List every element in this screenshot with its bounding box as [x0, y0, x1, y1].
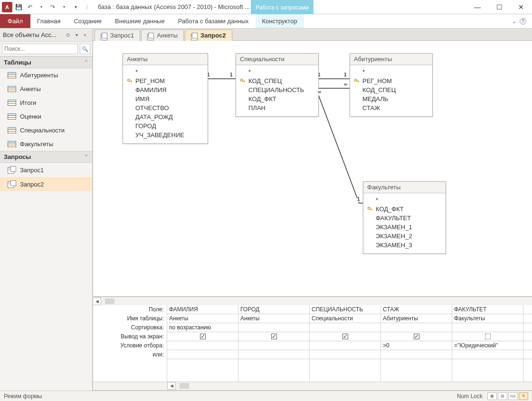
qat-menu-icon[interactable]: ▾ — [70, 2, 81, 12]
grid-show-cell[interactable] — [167, 332, 238, 341]
grid-cell[interactable]: ФАМИЛИЯ — [167, 305, 238, 314]
grid-show-cell[interactable] — [452, 332, 523, 341]
nav-item[interactable]: Оценки — [0, 110, 92, 123]
tool-tab[interactable]: Конструктор — [256, 14, 304, 28]
nav-item[interactable]: Запрос2 — [0, 177, 92, 191]
field-list-row[interactable]: ЭКЗАМЕН_2 — [367, 232, 442, 241]
view-datasheet-icon[interactable]: ▦ — [487, 392, 497, 400]
grid-cell[interactable]: ФАКУЛЬТЕТ — [452, 305, 523, 314]
field-list-row[interactable]: КОД_ФКТ — [367, 205, 442, 214]
ribbon-tab[interactable]: Работа с базами данных — [171, 14, 256, 28]
search-icon[interactable]: 🔍 — [80, 44, 90, 54]
grid-cell[interactable]: Факультеты — [452, 314, 523, 323]
grid-cell[interactable]: ="Юридический" — [452, 341, 523, 350]
nav-header-dropdown-icon[interactable]: ⊙ — [64, 31, 72, 39]
field-list-row[interactable]: * — [354, 67, 428, 76]
document-tab[interactable]: Запрос1 — [95, 29, 140, 41]
help-icon[interactable]: ? — [520, 18, 526, 25]
grid-cell[interactable]: Абитуриенты — [381, 314, 452, 323]
app-icon[interactable]: A — [2, 2, 12, 12]
grid-cell[interactable] — [310, 350, 380, 359]
grid-cell[interactable] — [238, 341, 309, 350]
grid-cell[interactable] — [310, 323, 380, 332]
field-list[interactable]: Специальности*КОД_СПЕЦСПЕЦИАЛЬНОСТЬКОД_Ф… — [236, 53, 319, 117]
field-list-row[interactable]: ОТЧЕСТВО — [127, 103, 204, 112]
grid-cell[interactable] — [167, 350, 238, 359]
nav-item[interactable]: Анкеты — [0, 82, 92, 96]
nav-group-header[interactable]: Запросы⌃ — [0, 151, 92, 163]
field-list-row[interactable]: СТАЖ — [354, 103, 428, 112]
ribbon-collapse-icon[interactable]: ⌄ — [512, 18, 517, 25]
field-list-row[interactable]: СПЕЦИАЛЬНОСТЬ — [240, 85, 314, 94]
save-icon[interactable]: 💾 — [13, 2, 24, 12]
grid-show-cell[interactable] — [310, 332, 380, 341]
grid-cell[interactable] — [452, 323, 523, 332]
field-list-row[interactable]: РЕГ_НОМ — [127, 76, 204, 85]
checkbox-icon[interactable] — [342, 334, 348, 339]
grid-cell[interactable] — [452, 350, 523, 359]
grid-cell[interactable] — [381, 350, 452, 359]
grid-cell[interactable] — [381, 323, 452, 332]
field-list[interactable]: Факультеты*КОД_ФКТФАКУЛЬТЕТЭКЗАМЕН_1ЭКЗА… — [363, 181, 446, 254]
field-list-row[interactable]: * — [367, 196, 442, 205]
grid-scroll-left-icon[interactable]: ◀ — [167, 382, 176, 390]
grid-cell[interactable] — [238, 323, 309, 332]
field-list-row[interactable]: ФАКУЛЬТЕТ — [367, 214, 442, 223]
field-list[interactable]: Абитуриенты*РЕГ_НОМКОД_СПЕЦМЕДАЛЬСТАЖ — [350, 53, 433, 117]
field-list-row[interactable]: МЕДАЛЬ — [354, 94, 428, 103]
close-button[interactable]: ✕ — [510, 0, 532, 14]
grid-cell[interactable]: СТАЖ — [381, 305, 452, 314]
checkbox-icon[interactable] — [200, 334, 206, 339]
undo-icon[interactable]: ↶ — [25, 2, 35, 12]
field-list-row[interactable]: ЭКЗАМЕН_1 — [367, 223, 442, 232]
file-tab[interactable]: Файл — [0, 14, 30, 28]
undo-dropdown-icon[interactable]: ▾ — [36, 2, 47, 12]
minimize-button[interactable]: — — [466, 0, 488, 14]
nav-item[interactable]: Специальности — [0, 123, 92, 137]
field-list-row[interactable]: ФАМИЛИЯ — [127, 85, 204, 94]
grid-column[interactable]: СТАЖАбитуриенты>0 — [381, 305, 452, 382]
field-list-row[interactable]: КОД_СПЕЦ — [354, 85, 428, 94]
nav-header-menu-icon[interactable]: ▾ — [72, 31, 81, 39]
nav-item[interactable]: Факультеты — [0, 137, 92, 151]
checkbox-icon[interactable] — [485, 334, 491, 339]
grid-column[interactable]: ГОРОДАнкеты — [238, 305, 310, 382]
maximize-button[interactable]: ☐ — [488, 0, 510, 14]
field-list-row[interactable]: ПЛАН — [240, 103, 314, 112]
grid-cell[interactable]: ГОРОД — [238, 305, 309, 314]
grid-cell[interactable] — [167, 341, 238, 350]
grid-cell[interactable]: СПЕЦИАЛЬНОСТЬ — [310, 305, 380, 314]
field-list-row[interactable]: * — [240, 67, 314, 76]
grid-show-cell[interactable] — [238, 332, 309, 341]
field-list-row[interactable]: * — [127, 67, 204, 76]
grid-cell[interactable] — [310, 341, 380, 350]
field-list-row[interactable]: КОД_СПЕЦ — [240, 76, 314, 85]
grid-cell[interactable]: Специальности — [310, 314, 380, 323]
field-list-row[interactable]: ЭКЗАМЕН_3 — [367, 241, 442, 250]
redo-icon[interactable]: ↷ — [48, 2, 58, 12]
field-list-row[interactable]: ГОРОД — [127, 121, 204, 131]
nav-item[interactable]: Абитуриенты — [0, 68, 92, 82]
diagram-hscroll[interactable]: ◀ ▶ — [93, 297, 532, 305]
field-list-row[interactable]: УЧ_ЗАВЕДЕНИЕ — [127, 131, 204, 140]
grid-cell[interactable]: по возрастанию — [167, 323, 238, 332]
checkbox-icon[interactable] — [271, 334, 277, 339]
redo-dropdown-icon[interactable]: ▾ — [59, 2, 69, 12]
grid-column[interactable]: ФАКУЛЬТЕТФакультеты="Юридический" — [452, 305, 523, 382]
document-tab[interactable]: Анкеты — [141, 29, 184, 41]
grid-cell[interactable]: Анкеты — [167, 314, 238, 323]
field-list[interactable]: Анкеты*РЕГ_НОМФАМИЛИЯИМЯОТЧЕСТВОДАТА_РОЖ… — [123, 53, 208, 144]
nav-collapse-icon[interactable]: « — [81, 31, 89, 39]
view-sql-icon[interactable]: SQL — [508, 392, 518, 400]
checkbox-icon[interactable] — [414, 334, 419, 339]
grid-column[interactable]: СПЕЦИАЛЬНОСТЬСпециальности — [310, 305, 381, 382]
nav-item[interactable]: Итоги — [0, 96, 92, 110]
nav-search-input[interactable] — [2, 44, 78, 54]
grid-cell[interactable]: Анкеты — [238, 314, 309, 323]
query-design-grid[interactable]: Поле:Имя таблицы:Сортировка:Вывод на экр… — [93, 305, 532, 391]
grid-show-cell[interactable] — [381, 332, 452, 341]
document-tab[interactable]: Запрос2 — [185, 29, 232, 41]
nav-header[interactable]: Все объекты Acc... ⊙ ▾ « — [0, 28, 92, 42]
view-form-icon[interactable]: ▤ — [498, 392, 507, 400]
nav-group-header[interactable]: Таблицы⌃ — [0, 56, 92, 68]
